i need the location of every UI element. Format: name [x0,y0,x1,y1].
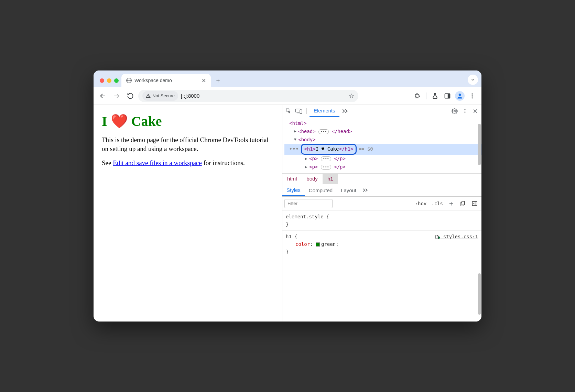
devtools-tabbar: Elements [282,105,481,117]
extensions-button[interactable] [412,90,423,102]
tab-styles[interactable]: Styles [282,184,305,196]
bookmark-star-icon[interactable]: ☆ [349,92,354,100]
node-text: I ♥ Cake [316,145,339,153]
devtools-panel: Elements <html> ▶<head> •• [282,105,481,322]
style-rule-h1[interactable]: styles.css:1 h1 { color: green; } [282,231,481,258]
devtools-menu-icon[interactable] [460,106,470,116]
style-rule-element[interactable]: element.style { } [282,211,481,231]
css-value[interactable]: green [321,241,336,247]
settings-gear-icon[interactable] [450,106,459,116]
page-paragraph-2: See Edit and save files in a workspace f… [102,159,274,167]
scrollbar[interactable] [478,124,481,165]
crumb-h1[interactable]: h1 [323,174,338,184]
dom-breadcrumb: html body h1 [282,173,481,184]
tab-layout[interactable]: Layout [337,184,360,196]
browser-tab[interactable]: Workspace demo ✕ [121,74,211,87]
collapse-arrow-icon[interactable]: ▼ [294,137,298,143]
content-area: I ❤️ Cake This is the demo page for the … [94,105,481,322]
tab-elements[interactable]: Elements [310,105,339,117]
crumb-html[interactable]: html [282,174,302,184]
tag-text: </head> [332,128,352,136]
tag-text: <p> [309,155,318,163]
brace-text: } [286,220,478,228]
reload-button[interactable] [124,90,136,102]
svg-point-15 [465,109,466,110]
selector-text: element.style { [286,213,478,220]
security-chip[interactable]: Not Secure [142,91,178,101]
divider [306,108,307,114]
tag-text: </h1> [339,145,353,153]
minimize-window-button[interactable] [107,78,111,83]
dom-node-head[interactable]: ▶<head> ••• </head> [284,128,481,136]
close-devtools-button[interactable] [470,106,480,116]
console-ref: == $0 [359,145,373,153]
more-tabs-icon[interactable] [340,106,350,116]
inspect-element-icon[interactable] [284,106,293,116]
dom-node-p[interactable]: ▶<p> ••• </p> [284,163,481,171]
dom-tree[interactable]: <html> ▶<head> ••• </head> ▼<body> ••• <… [282,117,481,173]
dom-node-p[interactable]: ▶<p> ••• </p> [284,155,481,163]
tag-text: <h1> [304,145,316,153]
ellipsis-icon[interactable]: ••• [318,129,329,134]
labs-button[interactable] [429,90,441,102]
address-bar[interactable]: Not Secure [::]:8000 ☆ [138,90,358,102]
dom-node-h1-selected[interactable]: ••• <h1>I ♥ Cake</h1> == $0 [284,144,481,155]
expand-arrow-icon[interactable]: ▶ [305,156,309,162]
source-link-text: styles.css:1 [443,234,478,239]
tab-search-button[interactable] [468,75,478,85]
avatar-icon [455,91,465,101]
row-actions-icon[interactable]: ••• [289,145,301,153]
svg-rect-13 [300,110,302,113]
device-toolbar-icon[interactable] [294,106,304,116]
new-tab-button[interactable]: ＋ [213,75,223,86]
expand-arrow-icon[interactable]: ▶ [305,164,309,171]
window-controls [97,78,121,87]
computed-sidebar-icon[interactable] [470,199,479,208]
css-property[interactable]: color [286,241,310,247]
hov-button[interactable]: :hov [414,201,428,206]
tag-text: </p> [334,163,346,171]
svg-point-16 [465,110,466,111]
cls-button[interactable]: .cls [430,201,444,206]
rendering-emulation-icon[interactable] [458,199,468,208]
new-style-rule-button[interactable]: ＋ [446,199,456,208]
tutorial-link[interactable]: Edit and save files in a workspace [113,159,202,166]
tab-title: Workspace demo [134,78,172,83]
ellipsis-icon[interactable]: ••• [321,156,331,161]
highlight-box: <h1>I ♥ Cake</h1> [301,144,356,155]
dom-node-html[interactable]: <html> [284,119,481,128]
close-window-button[interactable] [100,78,104,83]
expand-arrow-icon[interactable]: ▶ [294,128,298,135]
svg-rect-5 [448,94,450,98]
scrollbar[interactable] [478,273,481,315]
brace-text: } [286,248,478,255]
chrome-menu-button[interactable] [466,90,478,102]
maximize-window-button[interactable] [114,78,119,83]
crumb-body[interactable]: body [302,174,323,184]
tag-text: <p> [309,163,318,171]
tag-text: </p> [334,155,346,163]
profile-button[interactable] [454,90,466,102]
svg-rect-20 [462,201,465,205]
color-swatch-icon[interactable] [316,242,320,247]
back-button[interactable] [97,90,109,102]
dom-node-body[interactable]: ▼<body> [284,136,481,144]
source-link[interactable]: styles.css:1 [435,233,478,240]
svg-point-7 [471,93,473,94]
styles-filter-input[interactable] [284,199,333,208]
svg-point-6 [459,94,461,96]
toolbar: Not Secure [::]:8000 ☆ [94,87,481,105]
side-panel-button[interactable] [442,90,453,102]
para2-suffix: for instructions. [202,159,245,166]
tab-computed[interactable]: Computed [305,184,337,196]
tag-text: <head> [298,128,316,136]
close-tab-button[interactable]: ✕ [202,77,206,84]
ellipsis-icon[interactable]: ••• [321,165,331,170]
tag-text: <html> [289,119,307,128]
page-paragraph-1: This is the demo page for the official C… [102,135,274,153]
more-tabs-icon[interactable] [360,185,370,195]
styles-toolbar: :hov .cls ＋ [282,197,481,211]
svg-point-3 [148,97,149,97]
forward-button[interactable] [111,90,122,102]
url-text: [::]:8000 [181,93,346,99]
